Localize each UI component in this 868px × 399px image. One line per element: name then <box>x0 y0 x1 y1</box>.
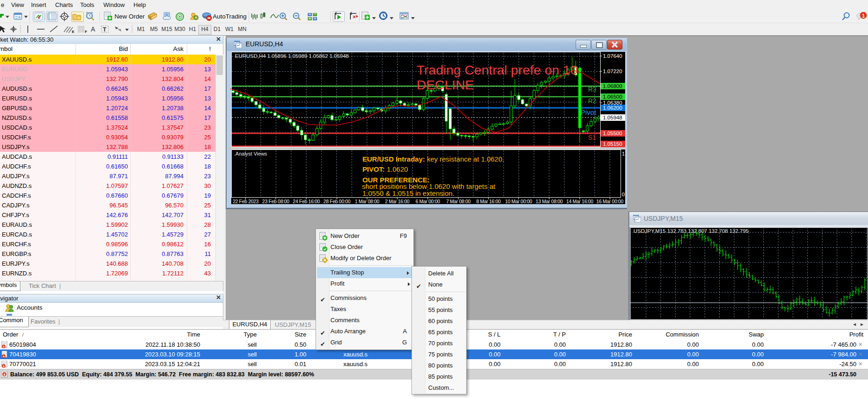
svg-text:23 Feb 08:00: 23 Feb 08:00 <box>262 199 290 204</box>
svg-text:8 Mar 16:00: 8 Mar 16:00 <box>476 199 501 204</box>
svg-text:Trading Central prefe on 10: Trading Central prefe on 10 <box>417 62 577 77</box>
svg-text:PIVOT: 1.0620: PIVOT: 1.0620 <box>362 165 408 173</box>
svg-text:EUR/USD Intraday: key resista: EUR/USD Intraday: key resistance at 1.06… <box>362 155 504 163</box>
svg-text:1.0550 & 1.0515 in extension.: 1.0550 & 1.0515 in extension. <box>362 189 455 197</box>
svg-text:1.05500: 1.05500 <box>603 131 622 136</box>
svg-text:1.07220: 1.07220 <box>603 69 622 74</box>
svg-text:1.07640: 1.07640 <box>603 53 622 59</box>
svg-text:10 Mar 00:00: 10 Mar 00:00 <box>505 199 532 204</box>
svg-text:7 Mar 08:00: 7 Mar 08:00 <box>446 199 471 204</box>
svg-text:13 Mar 08:00: 13 Mar 08:00 <box>536 199 563 204</box>
svg-text:16 Mar 00:00: 16 Mar 00:00 <box>596 199 624 204</box>
svg-text:1.06200: 1.06200 <box>603 105 622 111</box>
svg-text:28 Feb 00:00: 28 Feb 00:00 <box>323 199 351 204</box>
svg-text:T: T <box>103 26 107 33</box>
svg-text:24 Feb 16:00: 24 Feb 16:00 <box>293 199 320 204</box>
svg-text:2 Mar 16:00: 2 Mar 16:00 <box>385 199 410 204</box>
svg-text:0: 0 <box>622 192 625 197</box>
svg-text:1: 1 <box>862 13 865 19</box>
svg-text:F: F <box>85 30 87 34</box>
svg-text:22 Feb 2023: 22 Feb 2023 <box>233 199 259 204</box>
svg-text:1 Mar 08:00: 1 Mar 08:00 <box>355 199 380 204</box>
svg-text:1.06800: 1.06800 <box>603 83 622 89</box>
svg-text:USDJPY,M15 132.783 132.807 132: USDJPY,M15 132.783 132.807 132.708 132.7… <box>634 228 749 234</box>
svg-text:EURUSD,H4 1.05896 1.05989 1.0: EURUSD,H4 1.05896 1.05989 1.05862 1.0594… <box>235 53 349 59</box>
svg-text:E: E <box>72 30 75 34</box>
svg-text:R2: R2 <box>588 97 596 105</box>
svg-text:1.06500: 1.06500 <box>603 94 622 100</box>
svg-text:1.05948: 1.05948 <box>603 115 622 120</box>
svg-text:1.05150: 1.05150 <box>603 141 622 147</box>
svg-text:.Analyst Views: .Analyst Views <box>234 151 267 156</box>
svg-text:6 Mar 00:00: 6 Mar 00:00 <box>416 199 440 204</box>
svg-text:A: A <box>91 25 95 33</box>
svg-text:1: 1 <box>622 151 625 156</box>
svg-text:R3: R3 <box>588 86 596 93</box>
svg-text:S1: S1 <box>588 134 596 141</box>
svg-text:14 Mar 16:00: 14 Mar 16:00 <box>566 199 594 204</box>
svg-text:Pivot: Pivot <box>581 108 596 116</box>
svg-text:DECLINE: DECLINE <box>417 77 474 92</box>
